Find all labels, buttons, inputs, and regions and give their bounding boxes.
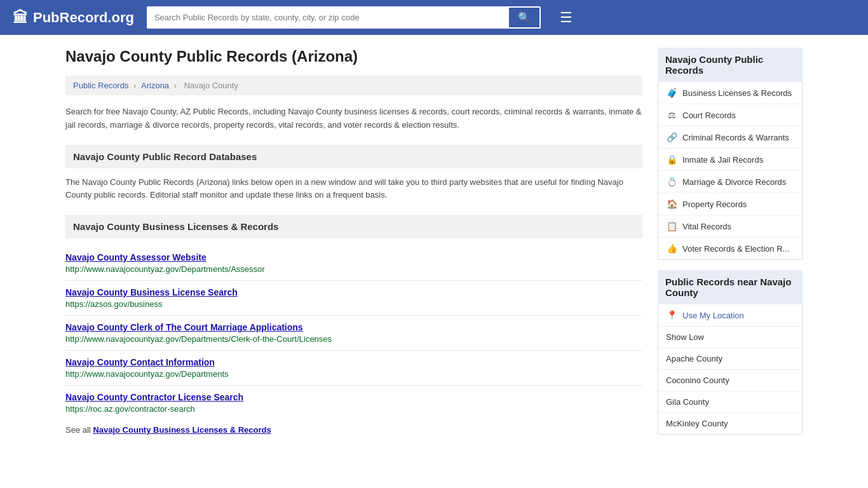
record-link-url-0: http://www.navajocountyaz.gov/Department…	[65, 264, 642, 274]
location-pin-icon: 📍	[666, 310, 677, 320]
search-button[interactable]: 🔍	[508, 6, 541, 29]
sidebar-nearby-item-location: 📍 Use My Location	[658, 304, 802, 327]
menu-icon[interactable]: ☰	[560, 10, 573, 26]
sidebar-label-use-location: Use My Location	[682, 311, 744, 320]
breadcrumb-separator-1: ›	[133, 81, 139, 90]
scales-icon: ⚖	[666, 110, 677, 120]
sidebar-records-list: 🧳 Business Licenses & Records ⚖ Court Re…	[658, 82, 803, 260]
sidebar-item-property: 🏠 Property Records	[658, 193, 802, 215]
sidebar-link-use-location[interactable]: 📍 Use My Location	[658, 304, 802, 326]
sidebar-label-marriage: Marriage & Divorce Records	[682, 177, 786, 187]
thumbsup-icon: 👍	[666, 243, 677, 254]
sidebar-nearby-item-showlow: Show Low	[658, 327, 802, 348]
sidebar-link-business[interactable]: 🧳 Business Licenses & Records	[658, 82, 802, 104]
sidebar-link-court[interactable]: ⚖ Court Records	[658, 104, 802, 126]
business-section-header: Navajo County Business Licenses & Record…	[65, 215, 642, 238]
sidebar-item-criminal: 🔗 Criminal Records & Warrants	[658, 126, 802, 149]
databases-description: The Navajo County Public Records (Arizon…	[65, 176, 642, 203]
record-link-3: Navajo County Contact Information http:/…	[65, 351, 642, 386]
record-links-container: Navajo County Assessor Website http://ww…	[65, 246, 642, 420]
sidebar-label-business: Business Licenses & Records	[682, 88, 792, 98]
search-bar: 🔍	[147, 6, 541, 29]
sidebar-link-property[interactable]: 🏠 Property Records	[658, 193, 802, 215]
see-all-container: See all Navajo County Business Licenses …	[65, 425, 642, 435]
chain-icon: 🔗	[666, 132, 677, 142]
sidebar-label-gila: Gila County	[666, 397, 709, 407]
sidebar-label-inmate: Inmate & Jail Records	[682, 155, 763, 165]
sidebar-nearby-list: 📍 Use My Location Show Low Apache County…	[658, 304, 803, 435]
sidebar-item-vital: 📋 Vital Records	[658, 215, 802, 238]
record-link-0: Navajo County Assessor Website http://ww…	[65, 246, 642, 281]
sidebar-label-court: Court Records	[682, 111, 736, 120]
record-link-1: Navajo County Business License Search ht…	[65, 281, 642, 316]
databases-section-header: Navajo County Public Record Databases	[65, 145, 642, 168]
record-link-url-3: http://www.navajocountyaz.gov/Department…	[65, 369, 642, 379]
briefcase-icon: 🧳	[666, 88, 677, 98]
sidebar-link-showlow[interactable]: Show Low	[658, 327, 802, 348]
breadcrumb-arizona[interactable]: Arizona	[141, 81, 169, 90]
sidebar-nearby-item-apache: Apache County	[658, 348, 802, 370]
record-link-title-3[interactable]: Navajo County Contact Information	[65, 357, 215, 367]
page-title: Navajo County Public Records (Arizona)	[65, 48, 642, 65]
record-link-url-2: http://www.navajocountyaz.gov/Department…	[65, 334, 642, 344]
see-all-link[interactable]: Navajo County Business Licenses & Record…	[93, 425, 271, 435]
record-link-title-1[interactable]: Navajo County Business License Search	[65, 287, 238, 297]
sidebar-label-mckinley: McKinley County	[666, 419, 728, 428]
house-icon: 🏠	[666, 199, 677, 209]
lock-icon: 🔒	[666, 154, 677, 165]
record-link-2: Navajo County Clerk of The Court Marriag…	[65, 316, 642, 351]
main-container: Navajo County Public Records (Arizona) P…	[53, 35, 815, 447]
sidebar: Navajo County Public Records 🧳 Business …	[658, 48, 803, 435]
sidebar-nearby-item-gila: Gila County	[658, 391, 802, 413]
record-link-title-2[interactable]: Navajo County Clerk of The Court Marriag…	[65, 322, 303, 332]
sidebar-nearby-item-mckinley: McKinley County	[658, 413, 802, 434]
sidebar-item-court: ⚖ Court Records	[658, 104, 802, 126]
sidebar-item-voter: 👍 Voter Records & Election R...	[658, 238, 802, 259]
sidebar-item-marriage: 💍 Marriage & Divorce Records	[658, 171, 802, 193]
sidebar-link-mckinley[interactable]: McKinley County	[658, 413, 802, 434]
search-input[interactable]	[147, 6, 508, 29]
sidebar-nearby-header: Public Records near Navajo County	[658, 270, 803, 304]
breadcrumb-navajo-county: Navajo County	[184, 81, 238, 90]
site-logo[interactable]: 🏛 PubRecord.org	[13, 9, 134, 27]
sidebar-link-apache[interactable]: Apache County	[658, 348, 802, 369]
sidebar-item-business: 🧳 Business Licenses & Records	[658, 82, 802, 104]
sidebar-label-voter: Voter Records & Election R...	[682, 244, 789, 254]
sidebar-link-criminal[interactable]: 🔗 Criminal Records & Warrants	[658, 126, 802, 148]
sidebar-nearby-item-coconino: Coconino County	[658, 370, 802, 391]
sidebar-label-coconino: Coconino County	[666, 376, 729, 385]
breadcrumb-public-records[interactable]: Public Records	[73, 81, 128, 90]
record-link-title-0[interactable]: Navajo County Assessor Website	[65, 252, 207, 262]
sidebar-label-property: Property Records	[682, 200, 747, 209]
logo-icon: 🏛	[13, 9, 28, 27]
record-link-url-1: https://azsos.gov/business	[65, 299, 642, 309]
sidebar-label-showlow: Show Low	[666, 332, 704, 342]
sidebar-link-voter[interactable]: 👍 Voter Records & Election R...	[658, 238, 802, 259]
sidebar-public-records-header: Navajo County Public Records	[658, 48, 803, 82]
rings-icon: 💍	[666, 177, 677, 187]
sidebar-label-apache: Apache County	[666, 354, 722, 363]
sidebar-item-inmate: 🔒 Inmate & Jail Records	[658, 149, 802, 171]
breadcrumb-separator-2: ›	[174, 81, 179, 90]
see-all-text: See all	[65, 425, 91, 435]
clipboard-icon: 📋	[666, 221, 677, 231]
content-area: Navajo County Public Records (Arizona) P…	[65, 48, 642, 435]
record-link-url-4: https://roc.az.gov/contractor-search	[65, 404, 642, 414]
breadcrumb: Public Records › Arizona › Navajo County	[65, 76, 642, 95]
sidebar-link-gila[interactable]: Gila County	[658, 391, 802, 412]
sidebar-link-marriage[interactable]: 💍 Marriage & Divorce Records	[658, 171, 802, 193]
record-link-title-4[interactable]: Navajo County Contractor License Search	[65, 392, 243, 402]
sidebar-link-vital[interactable]: 📋 Vital Records	[658, 215, 802, 237]
sidebar-link-coconino[interactable]: Coconino County	[658, 370, 802, 391]
sidebar-label-criminal: Criminal Records & Warrants	[682, 133, 789, 142]
site-header: 🏛 PubRecord.org 🔍 ☰	[0, 0, 868, 35]
sidebar-label-vital: Vital Records	[682, 222, 731, 231]
sidebar-link-inmate[interactable]: 🔒 Inmate & Jail Records	[658, 149, 802, 170]
logo-text: PubRecord.org	[33, 10, 134, 26]
page-description: Search for free Navajo County, AZ Public…	[65, 105, 642, 132]
record-link-4: Navajo County Contractor License Search …	[65, 386, 642, 420]
